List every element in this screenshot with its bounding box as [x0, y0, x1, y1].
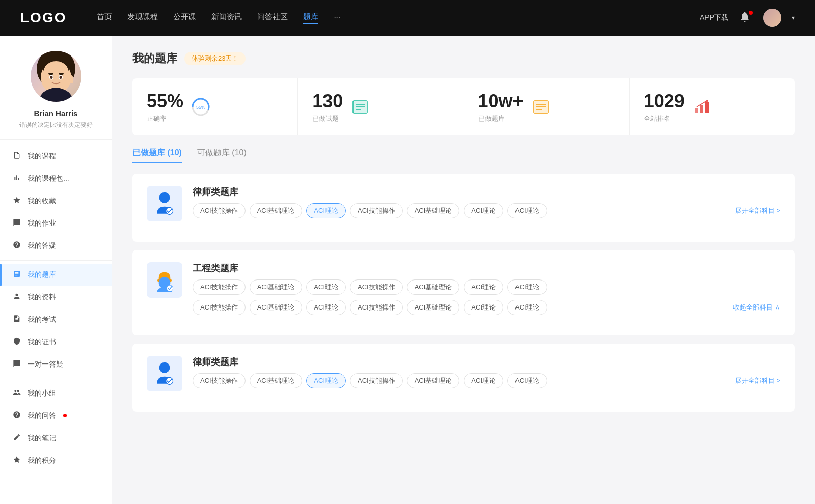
sidebar: Brian Harris 错误的决定比没有决定要好 我的课程 我的课程包...: [0, 36, 112, 504]
tag-lawyer2-2[interactable]: ACI理论: [306, 373, 346, 388]
tags-expand-lawyer-1: ACI技能操作 ACI基础理论 ACI理论 ACI技能操作 ACI基础理论 AC…: [193, 203, 780, 218]
my-qa-icon: [12, 411, 21, 421]
course-icon: [12, 151, 21, 161]
tag-eng-3[interactable]: ACI技能操作: [350, 279, 403, 295]
done-questions-label: 已做试题: [312, 114, 343, 123]
avatar[interactable]: [763, 9, 781, 27]
sidebar-profile: Brian Harris 错误的决定比没有决定要好: [0, 51, 112, 140]
tag-eng2-6[interactable]: ACI理论: [507, 300, 547, 315]
tags-engineer-row2-expand: ACI技能操作 ACI基础理论 ACI理论 ACI技能操作 ACI基础理论 AC…: [193, 300, 780, 315]
bank-card-lawyer-2-info: 律师类题库 ACI技能操作 ACI基础理论 ACI理论 ACI技能操作 ACI基…: [193, 356, 780, 388]
nav-question-bank[interactable]: 题库: [303, 12, 318, 24]
tag-lawyer2-0[interactable]: ACI技能操作: [193, 373, 246, 388]
sidebar-item-course-package[interactable]: 我的课程包...: [0, 167, 112, 190]
profile-avatar: [31, 51, 82, 102]
sidebar-item-my-qa[interactable]: 我的问答: [0, 405, 112, 427]
sidebar-label-favorites: 我的收藏: [28, 197, 56, 206]
nav-qa[interactable]: 问答社区: [257, 12, 288, 24]
tag-lawyer2-3[interactable]: ACI技能操作: [350, 373, 403, 388]
tag-eng-4[interactable]: ACI基础理论: [407, 279, 460, 295]
tag-eng-0[interactable]: ACI技能操作: [193, 279, 246, 295]
sidebar-label-question-bank: 我的题库: [28, 270, 56, 279]
tag-eng-6[interactable]: ACI理论: [507, 279, 547, 295]
tag-lawyer-1-6[interactable]: ACI理论: [507, 203, 547, 218]
tag-lawyer2-6[interactable]: ACI理论: [507, 373, 547, 388]
sidebar-item-one-on-one[interactable]: 一对一答疑: [0, 353, 112, 376]
tag-eng2-4[interactable]: ACI基础理论: [407, 300, 460, 315]
sidebar-item-homework[interactable]: 我的作业: [0, 212, 112, 235]
sidebar-label-course-package: 我的课程包...: [28, 174, 69, 183]
group-icon: [12, 388, 21, 399]
bank-title-engineer: 工程类题库: [193, 262, 780, 274]
svg-point-5: [59, 76, 62, 79]
navigation: LOGO 首页 发现课程 公开课 新闻资讯 问答社区 题库 ··· APP下载 …: [0, 0, 815, 36]
tag-eng-1[interactable]: ACI基础理论: [250, 279, 303, 295]
tag-eng-5[interactable]: ACI理论: [464, 279, 503, 295]
favorites-icon: [12, 196, 21, 206]
svg-point-30: [159, 362, 170, 373]
bank-card-lawyer-1-header: 律师类题库 ACI技能操作 ACI基础理论 ACI理论 ACI技能操作 ACI基…: [147, 186, 780, 221]
tab-done-banks[interactable]: 已做题库 (10): [132, 148, 182, 163]
collapse-engineer[interactable]: 收起全部科目 ∧: [733, 303, 780, 312]
sidebar-item-qa-answer[interactable]: 我的答疑: [0, 235, 112, 257]
nav-open-course[interactable]: 公开课: [173, 12, 196, 24]
rank-label: 全站排名: [644, 114, 685, 123]
tag-eng-2[interactable]: ACI理论: [306, 279, 346, 295]
nav-more[interactable]: ···: [334, 12, 340, 24]
bank-card-engineer: 工程类题库 ACI技能操作 ACI基础理论 ACI理论 ACI技能操作 ACI基…: [132, 250, 795, 335]
sidebar-label-one-on-one: 一对一答疑: [28, 360, 63, 369]
tag-lawyer-1-5[interactable]: ACI理论: [464, 203, 503, 218]
svg-text:55%: 55%: [196, 105, 205, 110]
sidebar-label-certificate: 我的证书: [28, 338, 56, 347]
tag-lawyer-1-4[interactable]: ACI基础理论: [407, 203, 460, 218]
notification-bell[interactable]: [739, 11, 753, 25]
tag-eng2-5[interactable]: ACI理论: [464, 300, 503, 315]
stat-rank-value-block: 1029 全站排名: [644, 91, 685, 123]
sidebar-label-homework: 我的作业: [28, 219, 56, 228]
tags-engineer-row1: ACI技能操作 ACI基础理论 ACI理论 ACI技能操作 ACI基础理论 AC…: [193, 279, 780, 295]
tag-lawyer-1-0[interactable]: ACI技能操作: [193, 203, 246, 218]
done-questions-icon: [350, 97, 370, 117]
sidebar-item-certificate[interactable]: 我的证书: [0, 331, 112, 353]
tag-lawyer-1-1[interactable]: ACI基础理论: [250, 203, 303, 218]
sidebar-item-group[interactable]: 我的小组: [0, 382, 112, 405]
question-bank-icon: [12, 270, 21, 280]
engineer-icon: [147, 262, 182, 298]
tag-lawyer-1-2[interactable]: ACI理论: [306, 203, 346, 218]
sidebar-item-notes[interactable]: 我的笔记: [0, 427, 112, 450]
tag-eng2-0[interactable]: ACI技能操作: [193, 300, 246, 315]
bank-card-lawyer-1-info: 律师类题库 ACI技能操作 ACI基础理论 ACI理论 ACI技能操作 ACI基…: [193, 186, 780, 218]
avatar-chevron-icon[interactable]: ▾: [792, 14, 795, 21]
sidebar-item-points[interactable]: 我的积分: [0, 450, 112, 472]
tag-eng2-1[interactable]: ACI基础理论: [250, 300, 303, 315]
bank-tags-engineer: ACI技能操作 ACI基础理论 ACI理论 ACI技能操作 ACI基础理论 AC…: [193, 279, 780, 315]
sidebar-item-exam[interactable]: 我的考试: [0, 309, 112, 331]
rank-icon: [692, 97, 712, 117]
sidebar-item-profile[interactable]: 我的资料: [0, 286, 112, 309]
app-download-button[interactable]: APP下载: [700, 13, 728, 22]
tag-lawyer2-1[interactable]: ACI基础理论: [250, 373, 303, 388]
done-banks-value: 10w+: [478, 91, 524, 112]
tag-lawyer2-4[interactable]: ACI基础理论: [407, 373, 460, 388]
tag-lawyer2-5[interactable]: ACI理论: [464, 373, 503, 388]
nav-home[interactable]: 首页: [97, 12, 112, 24]
rank-value: 1029: [644, 91, 685, 112]
nav-items: 首页 发现课程 公开课 新闻资讯 问答社区 题库 ···: [97, 12, 680, 24]
page-body: Brian Harris 错误的决定比没有决定要好 我的课程 我的课程包...: [0, 36, 815, 504]
tab-available-banks[interactable]: 可做题库 (10): [197, 148, 247, 163]
tag-eng2-2[interactable]: ACI理论: [306, 300, 346, 315]
svg-point-6: [48, 73, 53, 75]
svg-point-24: [706, 100, 708, 102]
tag-lawyer-1-3[interactable]: ACI技能操作: [350, 203, 403, 218]
tag-eng2-3[interactable]: ACI技能操作: [350, 300, 403, 315]
svg-point-7: [59, 73, 64, 75]
expand-lawyer-2[interactable]: 展开全部科目 >: [735, 376, 780, 385]
sidebar-item-course[interactable]: 我的课程: [0, 145, 112, 167]
nav-news[interactable]: 新闻资讯: [211, 12, 242, 24]
bank-card-engineer-header: 工程类题库 ACI技能操作 ACI基础理论 ACI理论 ACI技能操作 ACI基…: [147, 262, 780, 315]
accuracy-icon: 55%: [191, 97, 211, 117]
nav-discover[interactable]: 发现课程: [127, 12, 158, 24]
sidebar-item-favorites[interactable]: 我的收藏: [0, 190, 112, 212]
expand-lawyer-1[interactable]: 展开全部科目 >: [735, 206, 780, 215]
sidebar-item-question-bank[interactable]: 我的题库: [0, 264, 112, 286]
